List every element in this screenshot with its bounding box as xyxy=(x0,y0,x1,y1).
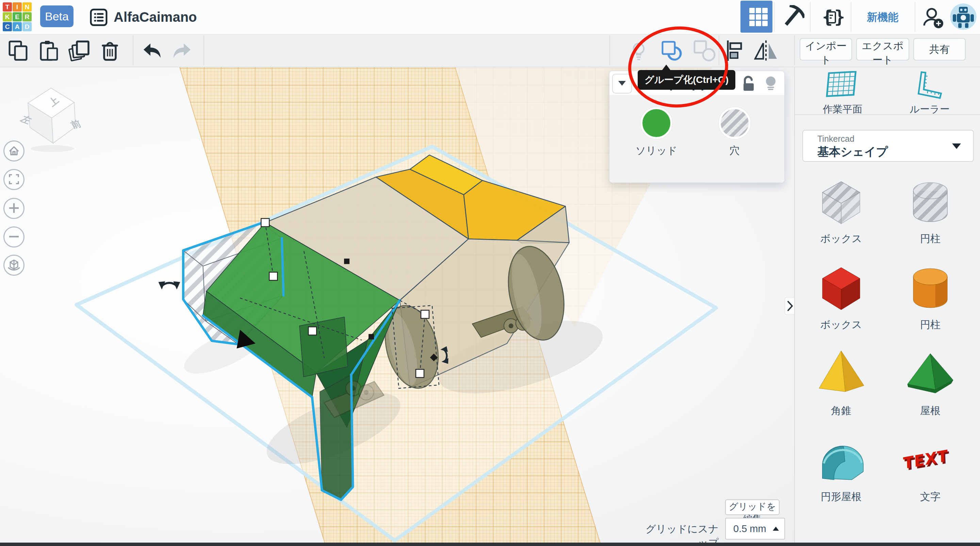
import-button[interactable]: インポート xyxy=(800,38,852,60)
duplicate-button[interactable] xyxy=(67,39,91,63)
shape-item-red-box[interactable]: ボックス xyxy=(798,258,884,332)
workplane-tool-button[interactable]: 作業平面 xyxy=(805,71,880,117)
shape-item-round-roof[interactable]: 円形屋根 xyxy=(798,430,884,504)
separator xyxy=(133,35,134,65)
delete-button[interactable] xyxy=(98,39,122,63)
ruler-tool-button[interactable]: ルーラー xyxy=(892,71,967,117)
export-button[interactable]: エクスポート xyxy=(856,38,909,60)
edit-toolbar: インポート エクスポート 共有 xyxy=(0,34,980,67)
shape-sidebar: 作業平面 ルーラー Tinkercad 基本シェイプ xyxy=(794,67,980,546)
library-brand: Tinkercad xyxy=(817,134,854,144)
sidebar-helpers: 作業平面 ルーラー xyxy=(795,67,980,115)
unlock-icon[interactable] xyxy=(740,75,757,93)
minecraft-pickaxe-button[interactable] xyxy=(778,5,802,29)
user-avatar[interactable] xyxy=(950,3,977,30)
solid-label: ソリッド xyxy=(626,144,687,158)
design-menu-button[interactable] xyxy=(87,8,106,27)
separator xyxy=(794,35,795,65)
hole-label: 穴 xyxy=(704,144,765,158)
separator xyxy=(810,2,811,32)
separator xyxy=(609,35,610,65)
shape-library-select[interactable]: Tinkercad 基本シェイプ xyxy=(802,130,974,162)
snap-grid-select[interactable]: 0.5 mm xyxy=(725,518,785,540)
undo-button[interactable] xyxy=(140,39,164,63)
shape-label: ボックス xyxy=(798,232,884,246)
paste-button[interactable] xyxy=(37,39,60,63)
copy-button[interactable] xyxy=(6,39,30,63)
material-solid-option[interactable]: ソリッド xyxy=(626,107,687,158)
share-button[interactable]: 共有 xyxy=(913,38,966,60)
shape-label: 屋根 xyxy=(888,404,973,418)
group-button[interactable] xyxy=(659,39,683,63)
sidebar-collapse-button[interactable] xyxy=(785,297,795,315)
design-title[interactable]: AlfaCaimano xyxy=(114,10,197,25)
group-tooltip: グループ化(Ctrl+G) xyxy=(638,70,735,90)
shape-item-hole-box[interactable]: ボックス xyxy=(798,172,884,246)
logo-tile: K xyxy=(3,12,12,21)
screen-bottom-strip xyxy=(0,543,980,546)
shape-gallery: ボックス 円柱 ボックス xyxy=(795,172,980,516)
separator xyxy=(204,35,204,65)
text-shape-glyph: TEXT xyxy=(903,446,948,473)
shape-label: ボックス xyxy=(798,318,884,332)
inspector-collapse-button[interactable] xyxy=(612,74,632,94)
zoom-in-button[interactable] xyxy=(3,198,24,219)
logo-tile: E xyxy=(13,12,22,21)
top-bar: T I N K E R C A D Beta AlfaCaimano { } 新… xyxy=(0,0,980,35)
library-selected: 基本シェイプ xyxy=(817,144,888,160)
shape-label: 文字 xyxy=(888,490,973,504)
separator xyxy=(719,35,719,65)
dashboard-grid-button[interactable] xyxy=(740,1,772,33)
shape-item-orange-cylinder[interactable]: 円柱 xyxy=(888,258,973,332)
perspective-toggle-button[interactable] xyxy=(3,255,24,276)
shape-label: 円柱 xyxy=(888,318,973,332)
logo-tile: C xyxy=(3,22,12,31)
home-view-button[interactable] xyxy=(3,140,24,162)
ruler-icon xyxy=(913,71,947,100)
snap-grid-value: 0.5 mm xyxy=(733,523,766,535)
inspector-body: ソリッド 穴 xyxy=(609,95,784,183)
ungroup-button[interactable] xyxy=(692,39,716,63)
codeblocks-button[interactable]: { } xyxy=(817,5,842,29)
shape-label: 円柱 xyxy=(888,232,973,246)
edit-grid-button[interactable]: グリッドを編集 xyxy=(725,500,780,515)
tinkercad-logo[interactable]: T I N K E R C A D xyxy=(3,2,32,32)
shape-label: 角錐 xyxy=(798,404,884,418)
shape-item-text[interactable]: TEXT TEXT 文字 xyxy=(888,430,973,504)
logo-tile: D xyxy=(22,22,32,31)
workplane-icon xyxy=(826,71,859,100)
redo-button[interactable] xyxy=(170,39,194,63)
shape-item-pyramid[interactable]: 角錐 xyxy=(798,344,884,418)
caret-down-icon xyxy=(618,81,626,86)
show-all-button[interactable] xyxy=(627,39,651,63)
logo-tile: N xyxy=(22,2,32,11)
shape-item-roof[interactable]: 屋根 xyxy=(888,344,973,418)
chevron-down-icon xyxy=(952,143,961,149)
zoom-out-button[interactable] xyxy=(3,227,24,248)
caret-up-icon xyxy=(773,527,779,531)
material-hole-option[interactable]: 穴 xyxy=(704,107,765,158)
separator xyxy=(851,2,851,32)
separator xyxy=(774,2,775,32)
shape-item-hole-cylinder[interactable]: 円柱 xyxy=(888,172,973,246)
mirror-button[interactable] xyxy=(754,39,778,63)
logo-tile: R xyxy=(22,12,32,21)
separator xyxy=(915,2,915,32)
logo-tile: A xyxy=(13,22,22,31)
beta-button[interactable]: Beta xyxy=(40,5,73,27)
solid-swatch[interactable] xyxy=(640,107,672,139)
new-features-link[interactable]: 新機能 xyxy=(855,10,911,24)
invite-person-button[interactable] xyxy=(919,5,943,29)
align-button[interactable] xyxy=(724,39,747,63)
bulb-icon[interactable] xyxy=(762,75,780,92)
logo-tile: I xyxy=(13,2,22,11)
ruler-label: ルーラー xyxy=(894,103,965,116)
shape-label: 円形屋根 xyxy=(798,490,884,504)
logo-tile: T xyxy=(3,2,12,11)
fit-view-button[interactable] xyxy=(3,169,24,190)
workplane-label: 作業平面 xyxy=(807,103,878,116)
hole-swatch[interactable] xyxy=(719,107,751,139)
